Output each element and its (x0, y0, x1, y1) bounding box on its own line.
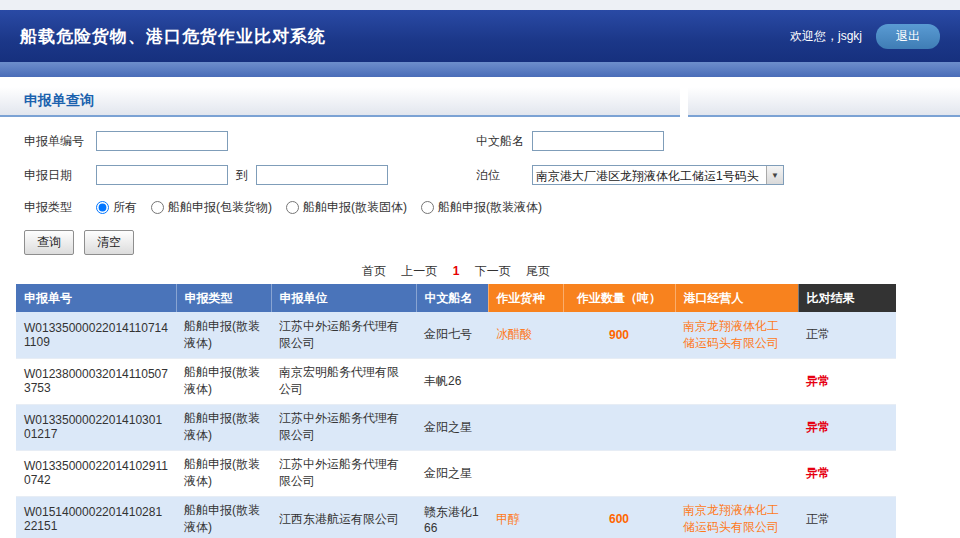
cell-port-operator (675, 404, 798, 450)
cell-declaration-unit: 江苏中外运船务代理有限公司 (271, 450, 416, 496)
section-bar: 申报单查询 (0, 87, 960, 117)
header-cargo-type: 作业货种 (488, 284, 563, 312)
cell-compare-result: 正常 (798, 496, 896, 538)
header-quantity: 作业数量（吨） (563, 284, 675, 312)
cell-port-operator: 南京龙翔液体化工储运码头有限公司 (675, 496, 798, 538)
cell-compare-result: 正常 (798, 312, 896, 358)
header-declaration-no: 申报单号 (16, 284, 176, 312)
cell-compare-result: 异常 (798, 358, 896, 404)
radio-packaged-label: 船舶申报(包装货物) (168, 199, 272, 216)
cell-declaration-no: W013350000220141030101217 (16, 404, 176, 450)
results-table: 申报单号 申报类型 申报单位 中文船名 作业货种 作业数量（吨） 港口经营人 比… (16, 284, 897, 538)
berth-selected-value: 南京港大厂港区龙翔液体化工储运1号码头 (533, 166, 766, 184)
radio-item-all[interactable]: 所有 (96, 199, 137, 216)
cell-port-operator (675, 450, 798, 496)
cell-cargo-type: 甲醇 (488, 496, 563, 538)
ship-name-label: 中文船名 (476, 133, 532, 150)
pagination: 首页 上一页 1 下一页 尾页 (16, 263, 896, 280)
cell-compare-result: 异常 (798, 450, 896, 496)
pagination-current-page: 1 (453, 264, 460, 278)
cell-cargo-type: 冰醋酸 (488, 312, 563, 358)
cell-compare-result: 异常 (798, 404, 896, 450)
cell-ship-name: 金阳之星 (416, 404, 488, 450)
sub-nav-strip (0, 62, 960, 77)
form-row-1: 申报单编号 中文船名 (24, 131, 936, 151)
cell-declaration-no: W012380000320141105073753 (16, 358, 176, 404)
cell-declaration-type: 船舶申报(散装液体) (176, 312, 271, 358)
cell-declaration-unit: 南京宏明船务代理有限公司 (271, 358, 416, 404)
header-right: 欢迎您，jsgkj 退出 (790, 24, 940, 49)
pagination-last[interactable]: 尾页 (526, 264, 550, 278)
radio-bulk-solid-label: 船舶申报(散装固体) (303, 199, 407, 216)
date-from-input[interactable] (96, 165, 228, 185)
table-row: W015140000220141028122151 船舶申报(散装液体) 江西东… (16, 496, 896, 538)
app-header: 船载危险货物、港口危货作业比对系统 欢迎您，jsgkj 退出 (0, 10, 960, 62)
date-to-label: 到 (236, 167, 248, 184)
ship-name-input[interactable] (532, 131, 664, 151)
cell-ship-name: 金阳七号 (416, 312, 488, 358)
page-title: 申报单查询 (24, 92, 94, 110)
cell-ship-name: 赣东港化166 (416, 496, 488, 538)
radio-packaged[interactable] (151, 201, 164, 214)
chevron-down-icon[interactable]: ▼ (766, 166, 783, 184)
radio-bulk-solid[interactable] (286, 201, 299, 214)
cell-declaration-unit: 江西东港航运有限公司 (271, 496, 416, 538)
form-row-3: 申报类型 所有 船舶申报(包装货物) 船舶申报(散装固体) 船舶申报(散装液体) (24, 199, 936, 216)
cell-declaration-unit: 江苏中外运船务代理有限公司 (271, 404, 416, 450)
cell-declaration-type: 船舶申报(散装液体) (176, 404, 271, 450)
radio-item-packaged[interactable]: 船舶申报(包装货物) (151, 199, 272, 216)
cell-ship-name: 丰帆26 (416, 358, 488, 404)
cell-quantity (563, 358, 675, 404)
query-button[interactable]: 查询 (24, 230, 74, 255)
cell-declaration-no: W013350000220141029110742 (16, 450, 176, 496)
type-label: 申报类型 (24, 199, 96, 216)
form-row-2: 申报日期 到 泊位 南京港大厂港区龙翔液体化工储运1号码头 ▼ (24, 165, 936, 185)
clear-button[interactable]: 清空 (84, 230, 134, 255)
radio-bulk-liquid[interactable] (421, 201, 434, 214)
table-row: W013350000220141029110742 船舶申报(散装液体) 江苏中… (16, 450, 896, 496)
cell-port-operator (675, 358, 798, 404)
date-to-input[interactable] (256, 165, 388, 185)
table-row: W013350000220141107141109 船舶申报(散装液体) 江苏中… (16, 312, 896, 358)
radio-item-bulk-solid[interactable]: 船舶申报(散装固体) (286, 199, 407, 216)
cell-quantity (563, 450, 675, 496)
declaration-no-input[interactable] (96, 131, 228, 151)
form-buttons: 查询 清空 (24, 230, 936, 255)
cell-declaration-type: 船舶申报(散装液体) (176, 358, 271, 404)
cell-cargo-type (488, 358, 563, 404)
berth-group: 泊位 南京港大厂港区龙翔液体化工储运1号码头 ▼ (476, 165, 784, 185)
header-ship-name: 中文船名 (416, 284, 488, 312)
app-title: 船载危险货物、港口危货作业比对系统 (20, 25, 326, 48)
header-declaration-type: 申报类型 (176, 284, 271, 312)
pagination-first[interactable]: 首页 (362, 264, 386, 278)
table-header-row: 申报单号 申报类型 申报单位 中文船名 作业货种 作业数量（吨） 港口经营人 比… (16, 284, 896, 312)
cell-declaration-unit: 江苏中外运船务代理有限公司 (271, 312, 416, 358)
cell-declaration-type: 船舶申报(散装液体) (176, 496, 271, 538)
header-declaration-unit: 申报单位 (271, 284, 416, 312)
cell-ship-name: 金阳之星 (416, 450, 488, 496)
top-gap (0, 0, 960, 10)
berth-select[interactable]: 南京港大厂港区龙翔液体化工储运1号码头 ▼ (532, 165, 784, 185)
logout-button[interactable]: 退出 (876, 24, 940, 49)
pagination-next[interactable]: 下一页 (475, 264, 511, 278)
cell-cargo-type (488, 404, 563, 450)
declaration-no-group: 申报单编号 (24, 131, 476, 151)
declaration-type-radios: 所有 船舶申报(包装货物) 船舶申报(散装固体) 船舶申报(散装液体) (96, 199, 542, 216)
pagination-prev[interactable]: 上一页 (401, 264, 437, 278)
radio-bulk-liquid-label: 船舶申报(散装液体) (438, 199, 542, 216)
radio-all[interactable] (96, 201, 109, 214)
radio-item-bulk-liquid[interactable]: 船舶申报(散装液体) (421, 199, 542, 216)
header-compare-result: 比对结果 (798, 284, 896, 312)
date-range-group: 申报日期 到 (24, 165, 476, 185)
radio-all-label: 所有 (113, 199, 137, 216)
date-label: 申报日期 (24, 167, 96, 184)
table-row: W012380000320141105073753 船舶申报(散装液体) 南京宏… (16, 358, 896, 404)
cell-declaration-type: 船舶申报(散装液体) (176, 450, 271, 496)
query-form: 申报单编号 中文船名 申报日期 到 泊位 南京港大厂港区龙翔液体化工储运1号码头… (0, 117, 960, 255)
cell-port-operator: 南京龙翔液体化工储运码头有限公司 (675, 312, 798, 358)
cell-cargo-type (488, 450, 563, 496)
cell-quantity (563, 404, 675, 450)
declaration-no-label: 申报单编号 (24, 133, 96, 150)
table-row: W013350000220141030101217 船舶申报(散装液体) 江苏中… (16, 404, 896, 450)
section-seg-left: 申报单查询 (0, 87, 680, 117)
